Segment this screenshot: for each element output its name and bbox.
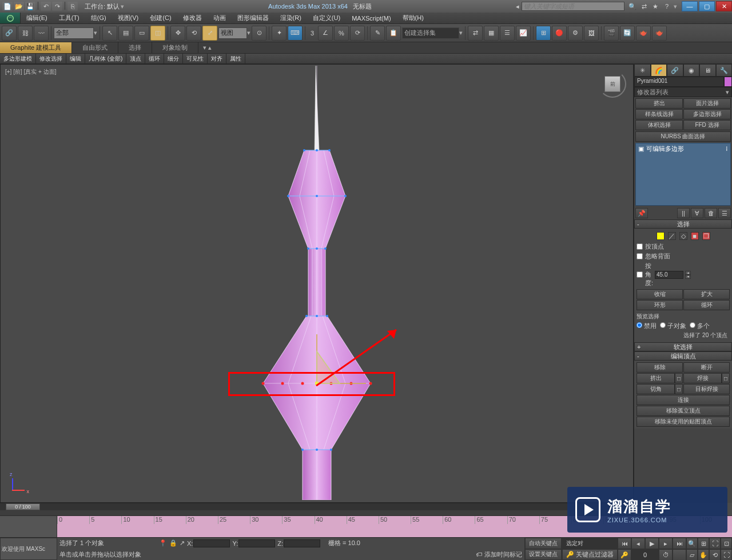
btn-grow[interactable]: 扩大 (683, 289, 730, 299)
edit-named-sel-icon[interactable]: ✎ (370, 26, 385, 41)
fov-icon[interactable]: ▱ (686, 549, 698, 560)
next-frame-icon[interactable]: ▸ (659, 538, 673, 549)
zoom-extents-icon[interactable]: ⛶ (709, 538, 721, 549)
menu-modifier[interactable]: 修改器 (177, 13, 208, 23)
angle-spinner[interactable] (655, 271, 683, 279)
maximize-button[interactable]: ▢ (699, 1, 715, 11)
key-mode-dropdown[interactable]: 选定对 (562, 538, 618, 549)
bind-space-warp-icon[interactable]: 〰 (34, 26, 49, 41)
ribbon-loop[interactable]: 循环 (145, 54, 164, 63)
orbit-icon[interactable]: ⟲ (709, 549, 721, 560)
btn-weld-opt[interactable]: □ (722, 373, 730, 383)
exchange-icon[interactable]: ⇄ (639, 2, 649, 11)
btn-remove-iso[interactable]: 移除孤立顶点 (636, 406, 730, 416)
rollout-soft-header[interactable]: +软选择 (634, 342, 732, 351)
maxscript-listener[interactable]: 欢迎使用 MAXSc (0, 538, 57, 560)
menu-tools[interactable]: 工具(T) (53, 13, 85, 23)
coord-display-icon[interactable]: ↗ (180, 539, 185, 547)
material-editor-icon[interactable]: 🔴 (552, 26, 567, 41)
menu-maxscript[interactable]: MAXScript(M) (346, 13, 396, 23)
render-prod-icon[interactable]: 🎬 (604, 26, 619, 41)
render-frame-icon[interactable]: 🖼 (584, 26, 599, 41)
time-tag-icon[interactable]: 🏷 (476, 551, 482, 558)
snap-3d-icon[interactable]: 3 (308, 26, 317, 41)
new-icon[interactable]: 📄 (2, 2, 13, 11)
menu-customize[interactable]: 自定义(U) (307, 13, 346, 23)
modifier-stack[interactable]: ▣ 可编辑多边形 ⁞ (635, 143, 731, 206)
ribbon-tab-freeform[interactable]: 自由形式 (72, 42, 118, 53)
btn-connect[interactable]: 连接 (636, 395, 730, 405)
subobj-element-icon[interactable]: ❒ (702, 232, 710, 240)
ribbon-geom[interactable]: 几何体 (全部) (85, 54, 126, 63)
btn-ev-extrude[interactable]: 挤出 (636, 373, 675, 383)
viewport-label[interactable]: [+] [前] [真实 + 边面] (5, 68, 56, 76)
modifier-list-dropdown[interactable]: 修改器列表▾ (634, 87, 732, 97)
schematic-view-icon[interactable]: ⊞ (536, 26, 551, 41)
key-filters-button[interactable]: 🔑关键点过滤器 (562, 549, 618, 561)
workspace-label[interactable]: 工作台: 默认 (85, 2, 120, 11)
expand-icon[interactable]: ▣ (638, 145, 644, 153)
coord-x-field[interactable] (193, 539, 230, 547)
ribbon-tab-graphite[interactable]: Graphite 建模工具 (0, 42, 72, 53)
auto-key-button[interactable]: 自动关键点 (525, 538, 562, 549)
ribbon-expand-icon[interactable]: ▾ ▴ (198, 42, 216, 53)
prev-frame-icon[interactable]: ◂ (631, 538, 645, 549)
chk-ignore-back[interactable]: 忽略背面 (636, 251, 730, 261)
select-icon[interactable]: ↖ (102, 26, 117, 41)
rotate-icon[interactable]: ⟲ (186, 26, 201, 41)
align-icon[interactable]: ▦ (484, 26, 499, 41)
ribbon-edit[interactable]: 编辑 (66, 54, 85, 63)
cp-tab-modify[interactable]: 🌈 (651, 64, 667, 77)
chk-by-vertex[interactable]: 按顶点 (636, 242, 730, 251)
close-button[interactable]: ✕ (716, 1, 732, 11)
object-color-swatch[interactable] (724, 77, 732, 87)
radio-subobj[interactable]: 子对象 (660, 322, 686, 330)
zoom-icon[interactable]: 🔍 (686, 538, 698, 549)
play-icon[interactable]: ▶ (645, 538, 659, 549)
pivot-icon[interactable]: ⊙ (252, 26, 266, 41)
minimize-button[interactable]: ― (682, 1, 698, 11)
subobj-border-icon[interactable]: ◇ (679, 232, 687, 240)
trackbar-controls[interactable] (0, 516, 57, 537)
unlink-tool-icon[interactable]: ⛓ (18, 26, 33, 41)
teapot-icon[interactable]: 🫖 (652, 26, 667, 41)
select-name-icon[interactable]: ▤ (118, 26, 133, 41)
named-sel-icon[interactable]: 📋 (386, 26, 401, 41)
btn-poly-sel[interactable]: 多边形选择 (683, 109, 731, 119)
time-slider-thumb[interactable]: 0 / 100 (6, 503, 40, 510)
coord-z-field[interactable] (284, 539, 320, 547)
ref-coord-dropdown[interactable]: 视图 (218, 27, 247, 39)
select-window-crossing-icon[interactable]: ◫ (150, 26, 165, 41)
keyboard-shortcut-icon[interactable]: ⌨ (288, 26, 303, 41)
redo-icon[interactable]: ↷ (52, 2, 62, 11)
teapot-render-icon[interactable]: 🫖 (636, 26, 651, 41)
key-mode-icon[interactable]: 🔑 (618, 549, 631, 560)
pan-icon[interactable]: ✋ (698, 549, 709, 560)
scale-icon[interactable]: ⤢ (202, 26, 217, 41)
search-prev-icon[interactable]: ◂ (516, 3, 519, 10)
menu-group[interactable]: 组(G) (85, 13, 112, 23)
ribbon-props[interactable]: 属性 (226, 54, 245, 63)
ribbon-vertex[interactable]: 顶点 (126, 54, 145, 63)
open-icon[interactable]: 📂 (14, 2, 24, 11)
btn-weld[interactable]: 焊接 (683, 373, 722, 383)
cp-tab-motion[interactable]: ◉ (683, 64, 700, 77)
spinner-arrows[interactable]: ▴▾ (685, 271, 691, 279)
radio-multi[interactable]: 多个 (690, 322, 710, 330)
rollout-edit-vert-header[interactable]: -编辑顶点 (634, 351, 732, 361)
lock-icon[interactable]: 📍 (159, 539, 167, 547)
cp-tab-display[interactable]: 🖥 (699, 64, 716, 77)
undo-icon[interactable]: ↶ (41, 2, 51, 11)
btn-remove-unused[interactable]: 移除未使用的贴图顶点 (636, 417, 730, 427)
time-slider-track[interactable]: 0 / 100 (0, 503, 634, 510)
cp-tab-utilities[interactable]: 🔧 (716, 64, 733, 77)
stack-bulb-icon[interactable]: ⁞ (726, 145, 728, 153)
move-icon[interactable]: ✥ (170, 26, 185, 41)
zoom-all-icon[interactable]: ⊞ (698, 538, 709, 549)
mirror-icon[interactable]: ⇄ (468, 26, 483, 41)
btn-loop[interactable]: 循环 (683, 300, 730, 310)
rollout-selection-header[interactable]: -选择 (634, 219, 732, 229)
curve-editor-icon[interactable]: 📈 (516, 26, 531, 41)
stack-item-editpoly[interactable]: ▣ 可编辑多边形 ⁞ (636, 143, 730, 154)
manipulate-icon[interactable]: ✦ (272, 26, 287, 41)
